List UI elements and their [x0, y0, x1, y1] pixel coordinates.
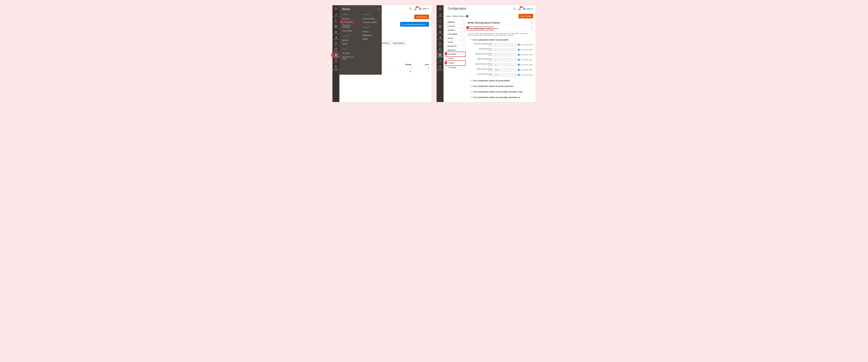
- field-input[interactable]: [494, 68, 517, 71]
- customers-icon: ◉: [335, 30, 337, 33]
- nav-advanced[interactable]: ADVANCED⌃: [446, 52, 465, 56]
- use-system-checkbox[interactable]: Use system value: [518, 44, 533, 46]
- collapse-icon[interactable]: [470, 39, 472, 41]
- advanced-reporting-button[interactable]: Go to Advanced Reporting↗: [400, 22, 429, 27]
- link-all-stores[interactable]: All Stores: [342, 17, 359, 21]
- save-config-button[interactable]: Save Config: [519, 14, 533, 19]
- section-mysql-cleanup[interactable]: MySQL Message Queue Cleanup: [467, 20, 533, 26]
- sidebar-item-sales[interactable]: $Sales: [437, 18, 443, 24]
- inventory-heading: Inventory: [342, 35, 359, 37]
- group-head[interactable]: Cron configuration options for group:ddg…: [470, 95, 533, 99]
- group-head[interactable]: Cron configuration options for group:def…: [470, 79, 533, 83]
- user-menu[interactable]: 👤admin▾: [419, 7, 429, 10]
- nav-yotpo[interactable]: YOTPO⌄: [446, 40, 465, 44]
- collapse-icon[interactable]: [470, 80, 472, 82]
- tab-yotpo[interactable]: Yotpo Reviews: [391, 41, 406, 46]
- chevron-down-icon: ⌄: [462, 46, 464, 47]
- use-system-checkbox[interactable]: Use system value: [518, 49, 533, 51]
- chevron-down-icon: ⌄: [462, 41, 464, 43]
- nav-catalog[interactable]: CATALOG⌄: [446, 24, 465, 28]
- sidebar-item-reports[interactable]: ┃┃Reports: [437, 47, 443, 52]
- link-tax-zones[interactable]: Tax Zones and Rates: [342, 55, 359, 61]
- search-icon[interactable]: 🔍: [409, 7, 412, 10]
- select-separate-process[interactable]: Yes▾: [494, 73, 517, 77]
- link-attr-rating[interactable]: Rating: [363, 37, 379, 41]
- nav-customers[interactable]: CUSTOMERS⌄: [446, 32, 465, 36]
- collapse-icon[interactable]: [470, 85, 472, 87]
- sidebar-item-customers[interactable]: ◉Customers: [333, 29, 339, 35]
- sidebar-item-marketing[interactable]: ◀Marketing: [333, 35, 339, 41]
- use-system-checkbox[interactable]: Use system value: [518, 74, 533, 76]
- collapse-icon[interactable]: [470, 96, 472, 98]
- sidebar-item-customers[interactable]: ◉Customers: [437, 29, 443, 35]
- link-configuration[interactable]: Configuration: [342, 21, 359, 24]
- use-system-checkbox[interactable]: Use system value: [518, 59, 533, 61]
- collapse-icon[interactable]: [470, 91, 472, 93]
- use-system-checkbox[interactable]: Use system value: [518, 54, 533, 56]
- user-icon: 👤: [523, 7, 526, 10]
- nav-dotdigital[interactable]: DOTDIGITAL⌄: [446, 44, 465, 48]
- sidebar-item-content[interactable]: ▤Content: [437, 41, 443, 47]
- topbar: Configuration 🔍 🔔30 👤admin▾: [443, 5, 535, 12]
- sidebar-item-sales[interactable]: $Sales: [333, 18, 339, 24]
- sidebar-item-stores[interactable]: ▥Stores: [437, 52, 443, 58]
- chevron-up-icon: ⌃: [462, 54, 464, 55]
- sidebar-item-marketing[interactable]: ◀Marketing: [437, 35, 443, 41]
- sidebar-item-dashboard[interactable]: ◔Dashboard: [333, 12, 339, 18]
- nav-general[interactable]: GENERAL⌄: [446, 20, 465, 24]
- notifications-icon[interactable]: 🔔30: [518, 7, 521, 10]
- field-input[interactable]: [494, 48, 517, 51]
- use-system-checkbox[interactable]: Use system value: [518, 69, 533, 71]
- content-icon: ▤: [439, 42, 441, 44]
- sidebar-item-partners[interactable]: ◈Find Partners & Extensions: [437, 64, 443, 71]
- nav-developer[interactable]: Developer: [446, 65, 465, 70]
- field-row: Success History Lifetime[global] Use sys…: [470, 62, 533, 67]
- chevron-down-icon: ▾: [515, 74, 516, 76]
- link-tax-rules[interactable]: Tax Rules: [342, 52, 359, 55]
- link-attr-set[interactable]: Attribute Set: [363, 33, 379, 37]
- magento-logo[interactable]: [333, 5, 339, 12]
- config-nav: GENERAL⌄ CATALOG⌄ SECURITY⌄ CUSTOMERS⌄ S…: [446, 20, 465, 99]
- help-icon[interactable]: ?: [466, 15, 468, 18]
- field-input[interactable]: [494, 63, 517, 66]
- link-sources[interactable]: Sources: [342, 38, 359, 42]
- sidebar-item-system[interactable]: ⚙System: [437, 58, 443, 64]
- collapse-icon[interactable]: [531, 27, 533, 30]
- nav-sales[interactable]: SALES⌄: [446, 36, 465, 40]
- link-attr-product[interactable]: Product: [363, 30, 379, 33]
- link-order-status[interactable]: Order Status: [342, 29, 359, 33]
- sidebar-item-content[interactable]: ▤Content: [333, 41, 339, 47]
- sidebar-item-dashboard[interactable]: ◔Dashboard: [437, 12, 443, 18]
- use-system-checkbox[interactable]: Use system value: [518, 64, 533, 66]
- sidebar-item-catalog[interactable]: ▣Catalog: [333, 24, 339, 29]
- field-input[interactable]: [494, 53, 517, 56]
- nav-admin[interactable]: Admin: [446, 56, 465, 61]
- link-terms[interactable]: Terms and Conditions: [342, 24, 359, 29]
- scope-select[interactable]: Default Config▾: [453, 15, 465, 17]
- collapse-icon[interactable]: [531, 22, 533, 24]
- group-head[interactable]: Cron configuration options for group:con…: [470, 84, 533, 88]
- link-curr-symbols[interactable]: Currency Symbols: [363, 21, 379, 24]
- close-icon[interactable]: ✕: [378, 7, 380, 10]
- magento-logo[interactable]: [437, 5, 443, 12]
- reload-button[interactable]: Reload Data: [414, 14, 429, 19]
- link-curr-rates[interactable]: Currency Rates: [363, 17, 379, 21]
- field-input[interactable]: [494, 58, 517, 61]
- nav-system[interactable]: System: [446, 61, 465, 65]
- sidebar-item-partners[interactable]: ◈Find Partners & Extensions: [333, 64, 339, 71]
- sidebar-item-catalog[interactable]: ▣Catalog: [437, 24, 443, 29]
- dashboard-icon: ◔: [335, 13, 337, 16]
- sidebar-item-system[interactable]: ⚙System: [333, 58, 339, 64]
- notifications-icon[interactable]: 🔔30: [414, 7, 417, 10]
- user-menu[interactable]: 👤admin▾: [523, 7, 533, 10]
- group-index[interactable]: Cron configuration options for group:ind…: [470, 38, 533, 42]
- section-cron[interactable]: 5 Cron (Scheduled Tasks): [467, 26, 533, 32]
- nav-services[interactable]: SERVICES⌄: [446, 48, 465, 52]
- field-input[interactable]: [494, 43, 517, 46]
- group-head[interactable]: Cron configuration options for group:ddg…: [470, 90, 533, 94]
- search-icon[interactable]: 🔍: [513, 7, 516, 10]
- nav-security[interactable]: SECURITY⌄: [446, 28, 465, 32]
- annotation-3: 3: [444, 53, 447, 55]
- sidebar-item-reports[interactable]: ┃┃Reports: [333, 47, 339, 52]
- link-stocks[interactable]: Stocks: [342, 42, 359, 46]
